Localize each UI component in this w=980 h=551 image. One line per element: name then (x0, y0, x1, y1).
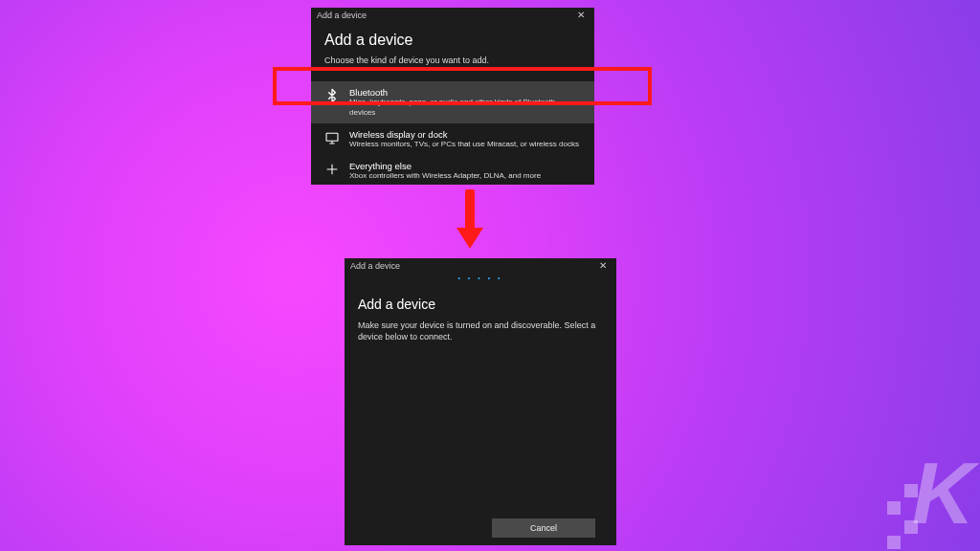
option-title: Everything else (349, 161, 581, 171)
dialog-subtext: Make sure your device is turned on and d… (358, 320, 603, 342)
svg-rect-0 (326, 133, 338, 141)
cancel-button[interactable]: Cancel (492, 518, 595, 538)
dialog-add-device-step1: Add a device ✕ Add a device Choose the k… (311, 8, 594, 185)
bluetooth-icon (324, 88, 340, 103)
watermark-letter: K (912, 445, 970, 543)
annotation-arrow-down-icon (457, 189, 480, 253)
option-desc: Mice, keyboards, pens, or audio and othe… (349, 98, 581, 118)
option-title: Bluetooth (349, 87, 581, 98)
dialog-body: Add a device Choose the kind of device y… (311, 22, 594, 81)
titlebar-label: Add a device (350, 261, 400, 271)
close-icon[interactable]: ✕ (573, 10, 589, 20)
option-title: Wireless display or dock (349, 129, 581, 140)
dialog-heading: Add a device (324, 32, 581, 49)
option-everything-else[interactable]: Everything else Xbox controllers with Wi… (311, 155, 594, 187)
progress-indicator: • • • • • (345, 275, 616, 281)
titlebar-label: Add a device (317, 11, 367, 20)
option-texts: Wireless display or dock Wireless monito… (349, 129, 581, 149)
titlebar: Add a device ✕ (311, 8, 594, 22)
plus-icon (324, 162, 340, 177)
close-icon[interactable]: ✕ (595, 260, 611, 271)
option-texts: Everything else Xbox controllers with Wi… (349, 161, 581, 181)
dialog-add-device-step2: Add a device ✕ • • • • • Add a device Ma… (345, 258, 616, 545)
watermark-logo: K (880, 445, 970, 543)
option-desc: Wireless monitors, TVs, or PCs that use … (349, 140, 581, 149)
option-texts: Bluetooth Mice, keyboards, pens, or audi… (349, 87, 581, 118)
dialog-body: Add a device Make sure your device is tu… (345, 281, 616, 358)
option-wireless-display[interactable]: Wireless display or dock Wireless monito… (311, 123, 594, 155)
dialog-subtext: Choose the kind of device you want to ad… (324, 55, 581, 66)
option-desc: Xbox controllers with Wireless Adapter, … (349, 171, 581, 181)
option-bluetooth[interactable]: Bluetooth Mice, keyboards, pens, or audi… (311, 81, 594, 123)
monitor-icon (324, 130, 340, 145)
dialog-heading: Add a device (358, 297, 603, 312)
titlebar: Add a device ✕ (345, 258, 616, 273)
